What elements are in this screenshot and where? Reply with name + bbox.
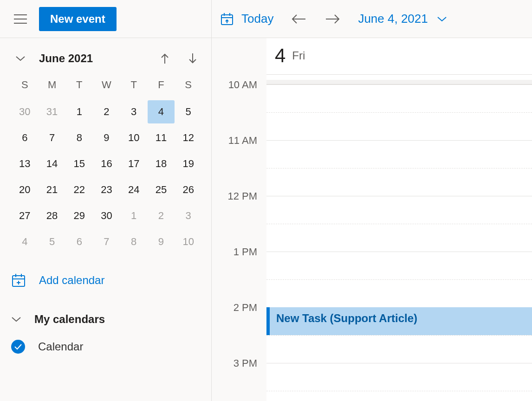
app-header: New event Today June 4, 2021: [0, 0, 532, 38]
mini-calendar-dow: W: [93, 74, 120, 97]
main: June 2021 SMTWTFS30311234567891011121314…: [0, 38, 532, 401]
hour-label: 2 PM: [234, 302, 257, 314]
chevron-down-icon: [436, 16, 448, 22]
half-hour-line: [266, 224, 532, 224]
mini-calendar-day[interactable]: 7: [39, 126, 66, 149]
mini-calendar-day[interactable]: 11: [148, 126, 175, 149]
mini-calendar-day[interactable]: 20: [11, 178, 39, 201]
half-hour-line: [266, 168, 532, 168]
mini-calendar-dow: S: [175, 74, 202, 97]
calendar-checked-icon: [11, 340, 25, 354]
mini-calendar-day[interactable]: 9: [93, 126, 120, 149]
mini-calendar-day[interactable]: 22: [65, 178, 93, 201]
hour-line: [266, 252, 532, 252]
mini-calendar-day[interactable]: 29: [65, 204, 93, 227]
half-hour-line: [266, 391, 532, 391]
arrow-right-icon: [325, 13, 341, 25]
mini-calendar-day[interactable]: 12: [175, 126, 202, 149]
mini-calendar-day[interactable]: 24: [120, 178, 148, 201]
half-hour-line: [266, 112, 532, 113]
mini-calendar-day[interactable]: 25: [148, 178, 175, 201]
mini-calendar-day[interactable]: 2: [148, 204, 175, 227]
day-header: 4 Fri: [266, 38, 532, 75]
calendar-add-icon: [11, 273, 26, 288]
hour-line: [266, 363, 532, 363]
header-right: Today June 4, 2021: [212, 0, 532, 38]
mini-calendar-day[interactable]: 10: [175, 230, 202, 253]
date-picker-button[interactable]: June 4, 2021: [358, 12, 447, 26]
time-gutter: 10 AM11 AM12 PM1 PM2 PM3 PM: [212, 38, 266, 401]
mini-calendar-day[interactable]: 23: [93, 178, 120, 201]
mini-calendar-day[interactable]: 7: [93, 230, 120, 253]
mini-calendar-header: June 2021: [11, 49, 202, 68]
my-calendars-group[interactable]: My calendars: [11, 313, 202, 326]
hour-line: [266, 196, 532, 196]
mini-calendar-day[interactable]: 10: [120, 126, 148, 149]
mini-calendar-day[interactable]: 1: [65, 100, 93, 123]
mini-calendar-dow: F: [148, 74, 175, 97]
calendar-event[interactable]: New Task (Support Article): [266, 307, 532, 335]
mini-calendar-day[interactable]: 30: [11, 100, 39, 123]
hour-label: 11 AM: [228, 135, 257, 147]
mini-calendar-day[interactable]: 26: [175, 178, 202, 201]
mini-calendar-day[interactable]: 21: [39, 178, 66, 201]
mini-calendar[interactable]: SMTWTFS303112345678910111213141516171819…: [11, 74, 202, 253]
mini-calendar-next-month[interactable]: [183, 49, 202, 68]
mini-calendar-day[interactable]: 31: [39, 100, 66, 123]
add-calendar-button[interactable]: Add calendar: [11, 273, 202, 288]
mini-calendar-day[interactable]: 3: [120, 100, 148, 123]
mini-calendar-day[interactable]: 2: [93, 100, 120, 123]
mini-calendar-dow: S: [11, 74, 39, 97]
day-view: 10 AM11 AM12 PM1 PM2 PM3 PM 4 Fri New Ta…: [212, 38, 532, 401]
calendar-today-icon: [220, 12, 234, 26]
mini-calendar-day[interactable]: 5: [175, 100, 202, 123]
mini-calendar-day[interactable]: 5: [39, 230, 66, 253]
calendar-name: Calendar: [38, 340, 83, 353]
mini-calendar-day[interactable]: 30: [93, 204, 120, 227]
mini-calendar-day[interactable]: 4: [11, 230, 39, 253]
schedule-area[interactable]: 4 Fri New Task (Support Article): [266, 38, 532, 401]
mini-calendar-day[interactable]: 28: [39, 204, 66, 227]
day-name: Fri: [292, 49, 305, 62]
next-day-button[interactable]: [324, 10, 342, 28]
mini-calendar-day[interactable]: 6: [65, 230, 93, 253]
mini-calendar-day[interactable]: 18: [148, 152, 175, 175]
mini-calendar-day[interactable]: 9: [148, 230, 175, 253]
hour-label: 3 PM: [234, 357, 257, 369]
mini-calendar-day[interactable]: 27: [11, 204, 39, 227]
header-left: New event: [0, 0, 212, 38]
mini-calendar-title: June 2021: [39, 52, 93, 65]
hamburger-icon: [14, 14, 27, 24]
mini-calendar-day[interactable]: 13: [11, 152, 39, 175]
hamburger-menu-button[interactable]: [12, 11, 29, 27]
my-calendars-label: My calendars: [34, 313, 105, 326]
mini-calendar-day[interactable]: 3: [175, 204, 202, 227]
mini-calendar-prev-month[interactable]: [156, 49, 174, 68]
mini-calendar-day[interactable]: 6: [11, 126, 39, 149]
arrow-left-icon: [291, 13, 306, 25]
half-hour-line: [266, 335, 532, 336]
hour-line: [266, 84, 532, 85]
new-event-button[interactable]: New event: [39, 7, 117, 31]
today-button[interactable]: Today: [220, 12, 273, 26]
current-date-label: June 4, 2021: [358, 12, 428, 26]
mini-calendar-day[interactable]: 8: [65, 126, 93, 149]
chevron-down-icon: [15, 55, 26, 62]
mini-calendar-day[interactable]: 1: [120, 204, 148, 227]
chevron-down-icon: [11, 316, 21, 323]
mini-calendar-day[interactable]: 17: [120, 152, 148, 175]
mini-calendar-day[interactable]: 14: [39, 152, 66, 175]
mini-calendar-day[interactable]: 16: [93, 152, 120, 175]
mini-calendar-collapse-button[interactable]: [11, 49, 30, 68]
mini-calendar-day[interactable]: 4: [148, 100, 175, 123]
mini-calendar-day[interactable]: 8: [120, 230, 148, 253]
calendar-list-item[interactable]: Calendar: [11, 340, 202, 354]
mini-calendar-day[interactable]: 15: [65, 152, 93, 175]
prev-day-button[interactable]: [289, 10, 308, 28]
hour-label: 1 PM: [234, 246, 257, 258]
mini-calendar-day[interactable]: 19: [175, 152, 202, 175]
all-day-strip: [266, 80, 532, 84]
hour-line: [266, 140, 532, 141]
arrow-down-icon: [188, 52, 197, 65]
arrow-up-icon: [160, 52, 169, 65]
